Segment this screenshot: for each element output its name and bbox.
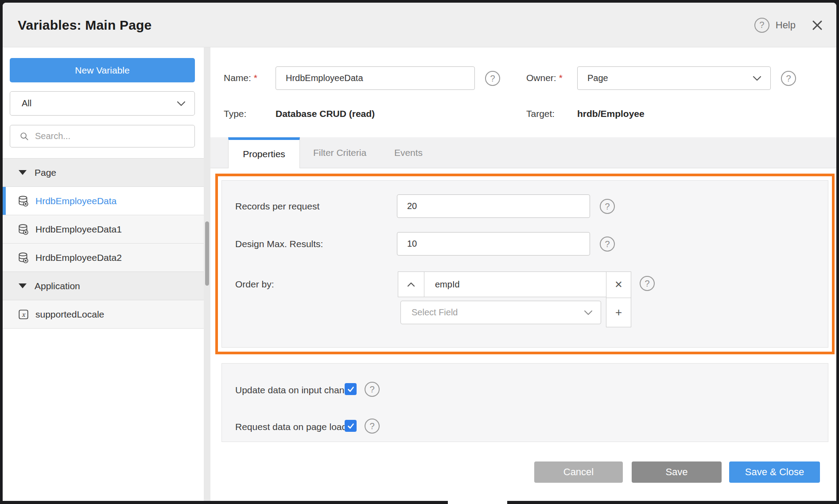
tab-filter-criteria[interactable]: Filter Criteria <box>300 137 380 168</box>
svg-text:x: x <box>22 311 26 318</box>
order-by-help-icon[interactable]: ? <box>640 276 655 291</box>
name-help-icon[interactable]: ? <box>485 71 500 86</box>
dialog-title: Variables: Main Page <box>18 3 151 47</box>
background-page-sliver <box>448 501 507 504</box>
order-by-field[interactable] <box>424 271 606 297</box>
records-per-request-label: Records per request <box>235 201 319 212</box>
type-value: Database CRUD (read) <box>276 109 375 119</box>
add-sort-button[interactable]: + <box>606 298 631 327</box>
search-input[interactable] <box>34 131 188 142</box>
order-by-field-input[interactable] <box>424 279 606 290</box>
variable-label: HrdbEmployeeData2 <box>35 252 122 263</box>
tab-strip: Properties Filter Criteria Events <box>210 137 836 168</box>
variable-label: HrdbEmployeeData <box>35 196 117 206</box>
group-label: Page <box>35 167 56 178</box>
records-help-icon[interactable]: ? <box>600 199 615 214</box>
database-crud-icon <box>18 252 29 264</box>
save-and-close-button[interactable]: Save & Close <box>729 461 820 483</box>
search-icon <box>20 132 29 141</box>
update-help-icon[interactable]: ? <box>365 382 380 397</box>
request-help-icon[interactable]: ? <box>365 419 380 434</box>
data-options-panel: Update data on input change ? Request da… <box>221 363 828 442</box>
query-settings-panel: Records per request ? Design Max. Result… <box>221 180 828 348</box>
required-marker: * <box>254 73 257 83</box>
owner-help-icon[interactable]: ? <box>781 71 796 86</box>
check-icon <box>347 422 355 430</box>
screen: Variables: Main Page ? Help New Variable… <box>0 0 839 504</box>
group-label: Application <box>35 281 80 291</box>
owner-select[interactable]: Page <box>577 66 771 90</box>
cancel-button[interactable]: Cancel <box>534 461 623 483</box>
design-max-help-icon[interactable]: ? <box>600 236 615 252</box>
variable-type-filter-select[interactable]: All <box>10 91 195 116</box>
variable-icon: x <box>18 309 29 320</box>
update-on-input-change-label: Update data on input change <box>235 385 355 395</box>
close-icon[interactable] <box>812 19 823 31</box>
variable-type-filter-value: All <box>22 98 31 109</box>
variable-row-hrdbemployeedata[interactable]: HrdbEmployeeData <box>3 187 204 215</box>
variable-row-hrdbemployeedata2[interactable]: HrdbEmployeeData2 <box>3 244 204 272</box>
order-by-row <box>398 271 606 297</box>
design-max-results-label: Design Max. Results: <box>235 239 323 249</box>
update-on-input-change-checkbox[interactable] <box>345 383 357 395</box>
group-row-page[interactable]: Page <box>3 159 204 187</box>
request-on-page-load-checkbox[interactable] <box>345 420 357 432</box>
header-actions: ? Help <box>754 3 823 47</box>
design-max-results-input[interactable] <box>397 232 590 256</box>
select-field-dropdown[interactable]: Select Field <box>400 301 601 324</box>
highlight-outline: Records per request ? Design Max. Result… <box>215 174 835 354</box>
check-icon <box>347 385 355 393</box>
order-by-label: Order by: <box>235 279 274 290</box>
variable-row-supportedlocale[interactable]: x supportedLocale <box>3 300 204 329</box>
order-by-actions: ✕ + <box>606 271 631 327</box>
variable-search <box>10 125 195 147</box>
database-crud-icon <box>18 195 29 207</box>
dialog-header: Variables: Main Page ? Help <box>3 3 836 47</box>
tab-events[interactable]: Events <box>380 137 437 168</box>
scrollbar-thumb[interactable] <box>205 221 209 286</box>
variable-label: HrdbEmployeeData1 <box>35 224 122 235</box>
collapse-caret-icon <box>19 283 27 288</box>
help-link[interactable]: Help <box>776 19 796 31</box>
variable-detail-panel: Name:* ? Owner:* Page ? Type: Database C… <box>210 47 836 501</box>
group-row-application[interactable]: Application <box>3 272 204 300</box>
request-on-page-load-label: Request data on page load <box>235 422 347 432</box>
variable-sidebar: New Variable All Page <box>3 47 204 501</box>
variables-dialog: Variables: Main Page ? Help New Variable… <box>3 3 836 501</box>
name-input[interactable] <box>276 66 475 90</box>
variable-row-hrdbemployeedata1[interactable]: HrdbEmployeeData1 <box>3 215 204 244</box>
chevron-up-icon <box>407 282 415 287</box>
variable-list: Page HrdbEmployeeData HrdbEmployeeData1 <box>3 158 204 329</box>
database-crud-icon <box>18 224 29 235</box>
owner-select-value: Page <box>587 73 608 83</box>
name-label: Name:* <box>224 73 257 83</box>
help-icon[interactable]: ? <box>754 18 769 33</box>
collapse-caret-icon <box>19 170 27 175</box>
type-label: Type: <box>224 109 246 119</box>
sort-direction-toggle[interactable] <box>398 271 424 297</box>
target-value: hrdb/Employee <box>577 109 645 119</box>
owner-label: Owner:* <box>526 73 563 83</box>
save-button[interactable]: Save <box>632 461 722 483</box>
records-per-request-input[interactable] <box>397 194 590 218</box>
new-variable-button[interactable]: New Variable <box>10 58 195 82</box>
sidebar-scrollbar[interactable] <box>204 47 210 501</box>
chevron-down-icon <box>177 101 186 106</box>
variable-label: supportedLocale <box>35 309 104 320</box>
target-label: Target: <box>526 109 555 119</box>
remove-sort-button[interactable]: ✕ <box>606 271 631 298</box>
tab-properties[interactable]: Properties <box>228 137 300 168</box>
required-marker: * <box>559 73 563 83</box>
chevron-down-icon <box>753 76 761 81</box>
select-field-placeholder: Select Field <box>412 307 458 318</box>
chevron-down-icon <box>584 310 593 315</box>
